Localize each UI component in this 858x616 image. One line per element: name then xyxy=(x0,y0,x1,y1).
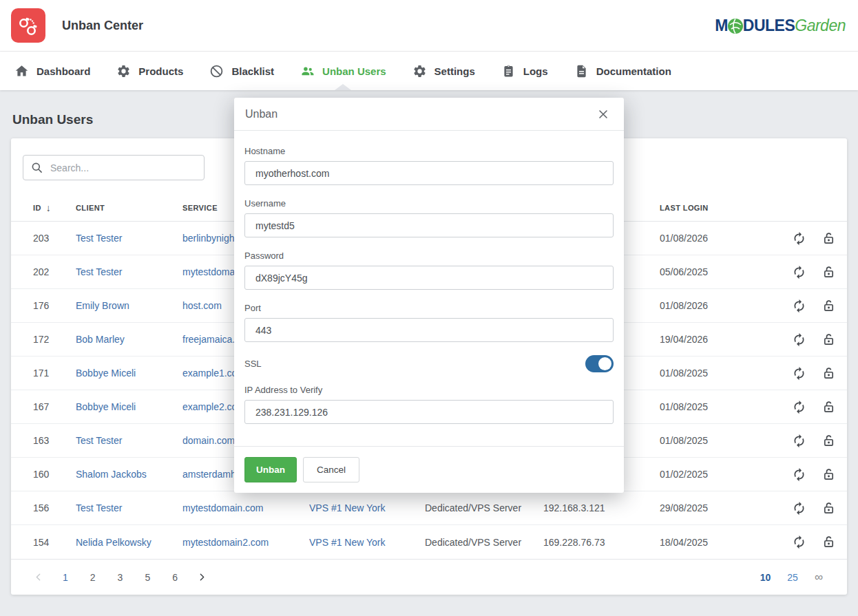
column-header-id-sort[interactable]: ID↓ xyxy=(33,202,76,213)
client-link[interactable]: Test Tester xyxy=(76,435,182,446)
pagination-bar: 12356 1025∞ xyxy=(11,559,847,595)
page-size-options: 1025∞ xyxy=(757,568,826,587)
page-button-1[interactable]: 1 xyxy=(59,569,72,586)
service-link[interactable]: mytestdomain.com xyxy=(182,502,309,513)
row-actions xyxy=(770,434,836,448)
client-link[interactable]: Bob Marley xyxy=(76,334,182,345)
unlock-icon[interactable] xyxy=(822,501,836,516)
client-link[interactable]: Bobbye Miceli xyxy=(76,368,182,379)
table-row: 156 Test Tester mytestdomain.com VPS #1 … xyxy=(11,491,847,525)
product-link[interactable]: VPS #1 New York xyxy=(309,502,425,513)
refresh-icon[interactable] xyxy=(792,501,806,516)
refresh-icon[interactable] xyxy=(792,535,806,549)
port-field-group: Port xyxy=(244,303,614,342)
client-link[interactable]: Test Tester xyxy=(76,233,182,244)
refresh-icon[interactable] xyxy=(792,265,806,279)
unban-button[interactable]: Unban xyxy=(244,457,297,482)
refresh-icon[interactable] xyxy=(792,231,806,246)
nav-item-documentation[interactable]: Documentation xyxy=(564,52,682,90)
page-button-2[interactable]: 2 xyxy=(86,569,100,586)
document-icon xyxy=(574,64,589,78)
unlock-icon[interactable] xyxy=(822,332,836,347)
people-icon xyxy=(300,64,315,78)
brand-dules: DULES xyxy=(743,18,795,34)
block-icon xyxy=(209,64,224,78)
hostname-label: Hostname xyxy=(244,146,614,156)
client-link[interactable]: Test Tester xyxy=(76,502,182,513)
app-title: Unban Center xyxy=(62,19,143,33)
hostname-input[interactable] xyxy=(244,161,614,185)
nav-item-products[interactable]: Products xyxy=(106,52,193,90)
close-icon[interactable] xyxy=(596,107,610,121)
clipboard-icon xyxy=(501,64,516,78)
nav-item-dashboard[interactable]: Dashboard xyxy=(4,52,101,90)
page-button-3[interactable]: 3 xyxy=(114,569,127,586)
port-input[interactable] xyxy=(244,318,614,342)
nav-item-blacklist[interactable]: Blacklist xyxy=(199,52,284,90)
cancel-button[interactable]: Cancel xyxy=(303,457,359,482)
page-size-all[interactable]: ∞ xyxy=(811,568,826,587)
page-size-25[interactable]: 25 xyxy=(784,569,802,586)
unlock-icon[interactable] xyxy=(822,400,836,414)
unlock-icon[interactable] xyxy=(822,231,836,246)
active-tab-caret xyxy=(335,84,351,90)
refresh-icon[interactable] xyxy=(792,366,806,381)
product-link[interactable]: VPS #1 New York xyxy=(309,537,425,548)
refresh-icon[interactable] xyxy=(792,299,806,313)
refresh-icon[interactable] xyxy=(792,400,806,414)
client-link[interactable]: Nelida Pelkowsky xyxy=(76,537,182,548)
password-input[interactable] xyxy=(244,266,614,290)
client-link[interactable]: Emily Brown xyxy=(76,300,182,311)
gear-icon xyxy=(116,64,131,78)
modal-body: Hostname Username Password Port SSL IP A… xyxy=(234,131,624,446)
search-icon xyxy=(30,161,43,174)
brand-m: M xyxy=(715,18,728,34)
column-header: CLIENT xyxy=(76,204,182,212)
service-link[interactable]: mytestdomain2.com xyxy=(182,537,309,548)
app-header: Unban Center M DULES Garden xyxy=(0,0,858,52)
refresh-icon[interactable] xyxy=(792,467,806,482)
table-row: 154 Nelida Pelkowsky mytestdomain2.com V… xyxy=(11,525,847,559)
refresh-icon[interactable] xyxy=(792,332,806,347)
username-field-group: Username xyxy=(244,198,614,237)
nav-item-settings[interactable]: Settings xyxy=(402,52,485,90)
column-header: LAST LOGIN xyxy=(660,204,770,212)
home-icon xyxy=(14,64,29,78)
brand-garden: Garden xyxy=(795,18,846,34)
row-actions xyxy=(770,501,836,516)
ssl-toggle[interactable] xyxy=(585,355,614,372)
username-input[interactable] xyxy=(244,213,614,237)
search-box xyxy=(23,155,205,180)
unlock-icon[interactable] xyxy=(822,535,836,549)
unlock-icon[interactable] xyxy=(822,299,836,313)
next-page-button[interactable] xyxy=(191,569,214,586)
unban-center-logo xyxy=(11,8,45,43)
globe-icon xyxy=(727,18,744,34)
hostname-field-group: Hostname xyxy=(244,146,614,185)
chevron-right-icon xyxy=(198,573,207,582)
client-link[interactable]: Shalom Jackobs xyxy=(76,469,182,480)
unlock-icon[interactable] xyxy=(822,366,836,381)
nav-item-unban-users[interactable]: Unban Users xyxy=(290,52,397,90)
ip-input[interactable] xyxy=(244,400,614,424)
main-nav: Dashboard Products Blacklist Unban Users… xyxy=(0,52,858,90)
unlock-icon[interactable] xyxy=(822,265,836,279)
search-input[interactable] xyxy=(50,162,197,173)
page-button-5[interactable]: 5 xyxy=(140,569,154,586)
gear-icon xyxy=(412,64,427,78)
row-actions xyxy=(770,400,836,414)
handcuffs-icon xyxy=(17,14,40,37)
client-link[interactable]: Bobbye Miceli xyxy=(76,401,182,412)
ssl-field-group: SSL xyxy=(244,355,614,372)
client-link[interactable]: Test Tester xyxy=(76,266,182,277)
unlock-icon[interactable] xyxy=(822,434,836,448)
pagination-pages: 12356 xyxy=(26,569,214,586)
ssl-label: SSL xyxy=(244,359,262,369)
page-size-10[interactable]: 10 xyxy=(757,569,775,586)
password-field-group: Password xyxy=(244,251,614,290)
nav-item-logs[interactable]: Logs xyxy=(491,52,558,90)
unlock-icon[interactable] xyxy=(822,467,836,482)
password-label: Password xyxy=(244,251,614,261)
page-button-6[interactable]: 6 xyxy=(168,569,182,586)
refresh-icon[interactable] xyxy=(792,434,806,448)
